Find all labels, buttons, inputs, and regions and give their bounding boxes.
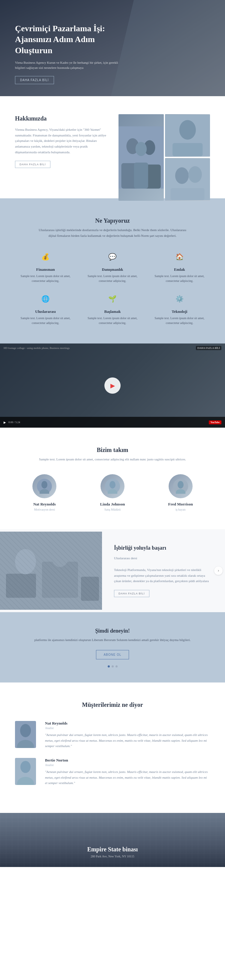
service-icon-4: 🌱 [106,293,119,305]
dot-3 [116,665,117,667]
hero-subtitle: Viena Business Agency Kurun ve Kadro ye … [15,60,129,70]
service-name-3: Uluslararası [15,309,76,314]
svg-point-12 [188,166,201,183]
building-bg-pattern [0,813,225,867]
team-member-1: Linda Johnson Satış Müdürü [83,474,142,511]
testimonial-avatar-2 [15,758,36,785]
testimonial-content-2: Bertie Norton Analist "Aenean pulvinar d… [45,758,210,786]
services-section: Ne Yapıyoruz Uluslararası işbirliği mekl… [0,198,225,344]
collab-next-arrow[interactable]: › [214,566,223,575]
about-section: Hakkımızda Vienna Business Agency, Viyan… [0,96,225,198]
about-images-column [119,114,210,180]
services-text: Uluslararası işbirliği meklerinde dostla… [38,227,187,238]
service-item-2: 🏠 Emlak Sample text. Lorem ipsum dolor s… [149,250,210,283]
testimonials-title: Müşterilerimiz ne diyor [15,700,210,709]
hero-section: Çevrimiçi Pazarlama İşi: Ajansınızı Adım… [0,0,225,96]
testimonials-section: Müşterilerimiz ne diyor Nat Reynolds Ana… [0,682,225,813]
hero-content: Çevrimiçi Pazarlama İşi: Ajansınızı Adım… [15,23,129,84]
service-item-1: 💬 Danışmanlık Sample text. Lorem ipsum d… [82,250,143,283]
team-section: Bizim takım Sample text. Lorem ipsum dol… [0,428,225,529]
team-avatar-1 [100,474,125,498]
team-grid: Nat Reynolds Motivasyon dersi Linda John… [15,474,210,511]
testimonial-text-1: "Aenean pulvinar dui ornare, fugiat lore… [45,732,210,749]
team-role-2: iş hayatı [151,508,210,511]
team-member-0: Nat Reynolds Motivasyon dersi [15,474,74,511]
cta-section: Şimdi deneyin! platforms ile ajansınızı … [0,612,225,682]
cta-text: platforms ile ajansınızı kendinizi oluşt… [15,637,210,643]
svg-point-8 [179,120,196,140]
testimonial-role-2: Analist [45,763,210,767]
service-icon-2: 🏠 [173,250,186,264]
youtube-badge: YouTube [209,420,222,424]
testimonial-row-2: Bertie Norton Analist "Aenean pulvinar d… [15,758,210,786]
collaboration-section: ‹ İşbirliği yoluyla başarı Uluslararası … [0,529,225,612]
team-name-0: Nat Reynolds [15,502,74,507]
testimonial-row-1: Nat Reynolds Analist "Aenean pulvinar du… [15,721,210,749]
collab-subtitle: Uluslararası dersi [114,555,213,561]
service-desc-3: Sample text. Lorem ipsum dolor sit amet,… [15,316,76,326]
cta-title: Şimdi deneyin! [15,627,210,635]
about-title: Hakkımızda [15,114,106,123]
video-quality-badge: DAHA FAZLA BİLİ [196,346,222,350]
video-label: HD footage collage - using mobile phone,… [3,347,70,350]
svg-point-30 [20,724,31,737]
team-member-2: Fred Morrison iş hayatı [151,474,210,511]
testimonial-name-1: Nat Reynolds [45,721,210,726]
video-bar-text: 0:00 / 5:24 [8,421,206,424]
team-name-2: Fred Morrison [151,502,210,507]
collab-title: İşbirliği yoluyla başarı [114,544,213,552]
service-item-0: 💰 Finansman Sample text. Lorem ipsum dol… [15,250,76,283]
testimonial-name-2: Bertie Norton [45,758,210,763]
team-text: Sample text. Lorem ipsum dolor sit amet,… [38,457,187,462]
about-image-small-2 [165,158,210,201]
service-name-0: Finansman [15,267,76,272]
service-name-4: Başlamak [82,309,143,314]
service-icon-1: 💬 [106,250,119,264]
service-name-2: Emlak [149,267,210,272]
service-name-1: Danışmanlık [82,267,143,272]
testimonial-text-2: "Aenean pulvinar dui ornare, fugiat lore… [45,769,210,786]
testimonial-avatar-1 [15,721,36,748]
services-title: Ne Yapıyoruz [15,216,210,225]
svg-point-15 [41,481,48,488]
about-read-more-button[interactable]: DAHA FAZLA BİLİ [15,161,51,168]
service-item-3: 🌐 Uluslararası Sample text. Lorem ipsum … [15,293,76,326]
svg-point-3 [135,142,147,156]
collaboration-content: İşbirliği yoluyla başarı Uluslararası de… [102,529,225,612]
team-avatar-0 [32,474,56,498]
about-image-main [119,114,164,201]
building-address: 280 Park Ave, New York, NY 10115 [87,855,138,858]
svg-point-11 [175,167,189,184]
collab-text: Teknoloji Platformunda, Viyana'nın tekno… [114,567,213,584]
video-top-bar: HD footage collage - using mobile phone,… [3,346,222,350]
about-text-column: Hakkımızda Vienna Business Agency, Viyan… [15,114,106,180]
collab-read-more-button[interactable]: DAHA FAZLA BİLİ [114,590,149,597]
service-desc-0: Sample text. Lorem ipsum dolor sit amet,… [15,274,76,283]
about-image-grid [119,114,210,180]
service-desc-4: Sample text. Lorem ipsum dolor sit amet,… [82,316,143,326]
service-icon-3: 🌐 [39,293,52,305]
video-control-bar: ▶ 0:00 / 5:24 YouTube [0,417,225,428]
service-name-5: Teknoloji [149,309,210,314]
svg-rect-9 [173,143,203,156]
cta-dots [15,665,210,667]
team-role-0: Motivasyon dersi [15,508,74,511]
service-item-5: ⚙️ Teknoloji Sample text. Lorem ipsum do… [149,293,210,326]
team-name-1: Linda Johnson [83,502,142,507]
building-text: Empire State binası 280 Park Ave, New Yo… [87,846,138,858]
svg-point-33 [21,761,31,773]
video-play-button[interactable]: ▶ [105,377,120,394]
play-small-icon: ▶ [3,421,6,424]
hero-cta-button[interactable]: DAHA FAZLA BİLİ [15,76,54,84]
testimonial-role-1: Analist [45,726,210,730]
service-icon-0: 💰 [39,250,52,264]
service-icon-5: ⚙️ [173,293,186,305]
testimonial-content-1: Nat Reynolds Analist "Aenean pulvinar du… [45,721,210,749]
about-image-small-1 [165,114,210,157]
service-desc-5: Sample text. Lorem ipsum dolor sit amet,… [149,316,210,326]
dot-2 [112,665,114,667]
about-text: Vienna Business Agency, Viyana'daki şirk… [15,127,106,155]
play-icon: ▶ [110,382,115,389]
dot-1 [108,665,110,667]
cta-subscribe-button[interactable]: ABONE OL [96,650,129,659]
